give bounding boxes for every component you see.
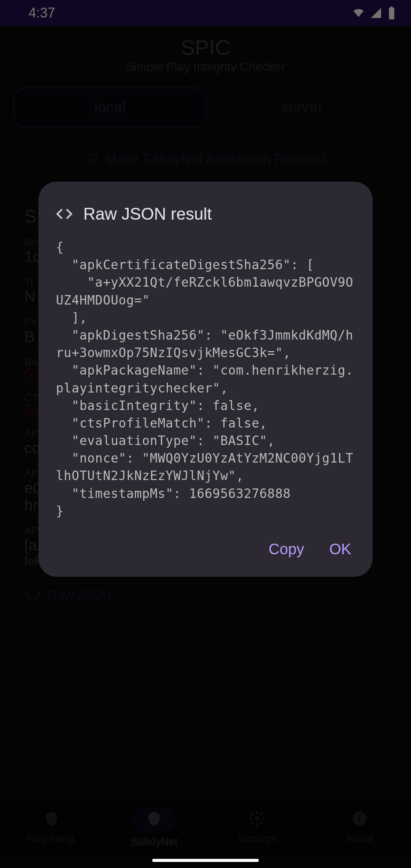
gesture-bar[interactable] <box>152 859 259 862</box>
dialog-title: Raw JSON result <box>83 204 212 223</box>
raw-json-dialog: Raw JSON result { "apkCertificateDigestS… <box>38 182 373 577</box>
copy-button[interactable]: Copy <box>269 541 304 558</box>
json-body: { "apkCertificateDigestSha256": [ "a+yXX… <box>56 239 355 520</box>
ok-button[interactable]: OK <box>329 541 351 558</box>
code-icon <box>56 206 73 222</box>
